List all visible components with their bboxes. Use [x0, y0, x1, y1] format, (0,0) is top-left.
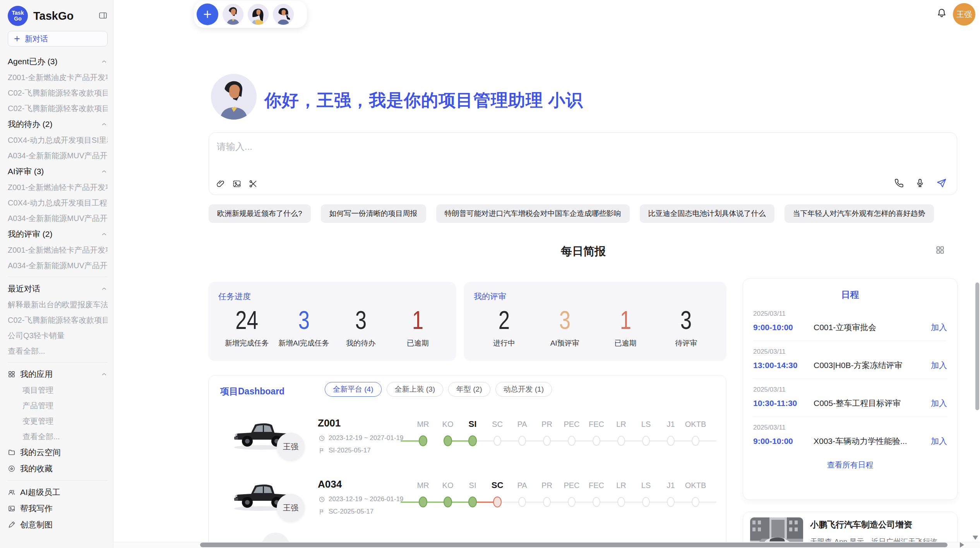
filter-chip[interactable]: 全新平台 (4)	[325, 382, 382, 397]
project-code: Z001	[318, 417, 341, 429]
list-item[interactable]: A034-全新新能源MUV产品开发项目计划变更表编写	[8, 148, 108, 163]
user-avatar[interactable]: 王强	[953, 3, 975, 26]
list-item[interactable]: A034-全新新能源MUV产品开发项目法规符合性评审	[8, 211, 108, 226]
section-recent-chats[interactable]: 最近对话	[8, 281, 108, 297]
milestone-dot	[444, 435, 452, 446]
scroll-down-arrow[interactable]	[973, 536, 978, 540]
my-review-card: 我的评审 2 进行中 3 AI预评审 1 已逾期 3 待评审	[464, 282, 726, 361]
sidebar-collapse-icon[interactable]	[98, 11, 108, 20]
daily-brief-title: 每日简报	[561, 244, 606, 259]
list-item[interactable]: C0X4-动力总成开发项目工程变更评审	[8, 195, 108, 211]
suggestion-chip[interactable]: 当下年轻人对汽车外观有怎样的喜好趋势	[785, 204, 934, 223]
user-name: 王强	[956, 9, 972, 20]
avatar[interactable]	[248, 4, 269, 25]
list-item[interactable]: Z001-全新燃油皮卡产品开发项目SI节点Lesson Learn报告	[8, 70, 108, 85]
input-tools-right	[894, 178, 947, 188]
join-link[interactable]: 加入	[931, 398, 947, 409]
list-item[interactable]: Z001-全新燃油轻卡产品开发项目SI节点属性5D文件评审	[8, 242, 108, 258]
screenshot-icon[interactable]	[232, 179, 242, 188]
schedule-date: 2025/03/11	[753, 386, 947, 394]
filter-chip[interactable]: 全新上装 (3)	[387, 382, 444, 397]
milestone: J1	[658, 480, 683, 507]
suggestion-chip[interactable]: 比亚迪全固态电池计划具体说了什么	[640, 204, 774, 223]
view-all-link[interactable]: 查看全部...	[8, 429, 108, 444]
filter-chip[interactable]: 年型 (2)	[448, 382, 490, 397]
list-item[interactable]: 解释最新出台的欧盟报废车法规再生塑料比例被调至15%...	[8, 297, 108, 312]
new-chat-button[interactable]: 新对话	[8, 31, 108, 46]
sidebar-item-change-mgmt[interactable]: 变更管理	[8, 413, 108, 429]
star-badge-icon	[8, 465, 15, 473]
sidebar-item-product-mgmt[interactable]: 产品管理	[8, 398, 108, 413]
stat-row: 24 新增完成任务 3 新增AI完成任务 3 我的待办 1 已逾期	[218, 306, 446, 348]
section-ai-review[interactable]: AI评审 (3)	[8, 163, 108, 180]
section-title: Agent已办 (3)	[8, 56, 57, 67]
add-member-button[interactable]	[197, 3, 218, 25]
milestone-dot	[593, 436, 600, 446]
avatar[interactable]	[273, 4, 294, 25]
sidebar-item-my-apps[interactable]: 我的应用	[8, 366, 108, 382]
list-item[interactable]: C02-飞腾新能源轻客改款项目立项汇报方案	[8, 101, 108, 116]
schedule-date: 2025/03/11	[753, 348, 947, 356]
filter-chip[interactable]: 动总开发 (1)	[495, 382, 552, 397]
suggestion-chip[interactable]: 欧洲新规最近颁布了什么?	[209, 204, 311, 223]
avatar[interactable]	[223, 4, 243, 25]
project-code: A034	[318, 478, 342, 490]
notification-bell-icon[interactable]	[936, 8, 947, 19]
milestone-label: PEC	[559, 480, 584, 491]
layout-grid-icon[interactable]	[935, 245, 945, 255]
stat-label: 已逾期	[389, 338, 446, 348]
milestone: LS	[634, 480, 658, 507]
sidebar-item-help-write[interactable]: 帮我写作	[8, 500, 108, 517]
milestone-dot	[617, 436, 625, 446]
pen-icon	[8, 521, 15, 529]
section-agent-done[interactable]: Agent已办 (3)	[8, 53, 108, 70]
horizontal-scrollbar[interactable]	[200, 543, 947, 547]
apps-grid-icon	[8, 370, 15, 378]
join-link[interactable]: 加入	[931, 360, 947, 371]
milestone-label: PR	[535, 419, 559, 430]
list-item[interactable]: C0X4-动力总成开发项目SI里程碑提交物检查	[8, 132, 108, 148]
attach-icon[interactable]	[216, 179, 225, 188]
scissors-icon[interactable]	[248, 179, 258, 188]
project-row[interactable]: 王强 A034 2023-12-19 ~ 2026-01-19 SC-2025-…	[209, 470, 726, 531]
section-my-review[interactable]: 我的评审 (2)	[8, 226, 108, 242]
sidebar-item-project-mgmt[interactable]: 项目管理	[8, 382, 108, 398]
project-dates: 2023-12-19 ~ 2027-01-19	[319, 434, 403, 442]
list-item[interactable]: C02-飞腾新能源轻客改款项目的闭环通告反馈情况	[8, 312, 108, 328]
view-all-schedule-link[interactable]: 查看所有日程	[753, 460, 947, 470]
milestone: LR	[609, 419, 634, 446]
section-my-todo[interactable]: 我的待办 (2)	[8, 116, 108, 132]
stat-value: 1	[412, 306, 423, 334]
vertical-scrollbar[interactable]	[975, 283, 979, 410]
list-item[interactable]: Z001-全新燃油轻卡产品开发项目SI造型提交物评审	[8, 180, 108, 195]
view-all-link[interactable]: 查看全部...	[8, 343, 108, 359]
milestone-dot	[468, 435, 477, 446]
join-link[interactable]: 加入	[931, 322, 947, 333]
chat-input[interactable]	[217, 138, 759, 155]
project-row[interactable]: 王强 Z001 2023-12-19 ~ 2027-01-19 SI-2025-…	[209, 409, 726, 470]
sidebar-item-ai-employees[interactable]: AI超级员工	[8, 484, 108, 500]
list-item[interactable]: 公司Q3轻卡销量	[8, 328, 108, 343]
schedule-item: 2025/03/11 13:00-14:30 C003|H0B-方案冻结评审 加…	[753, 341, 947, 379]
phone-icon[interactable]	[894, 178, 904, 188]
milestone-label: LS	[634, 480, 658, 491]
milestone-label: LS	[634, 419, 658, 430]
milestone-label: SI	[460, 480, 485, 491]
sidebar-item-favorites[interactable]: 我的收藏	[8, 461, 108, 477]
scroll-right-arrow[interactable]	[960, 542, 964, 548]
clock-icon	[319, 435, 325, 442]
suggestion-chip[interactable]: 特朗普可能对进口汽车增税会对中国车企造成哪些影响	[436, 204, 630, 223]
send-icon[interactable]	[936, 178, 947, 188]
stat-row: 2 进行中 3 AI预评审 1 已逾期 3 待评审	[474, 306, 716, 348]
join-link[interactable]: 加入	[931, 436, 947, 447]
milestone-dot	[543, 497, 551, 507]
list-item[interactable]: A034-全新新能源MUV产品开发项目造型可行性评审	[8, 258, 108, 273]
stat-value: 3	[355, 306, 366, 334]
suggestion-chip[interactable]: 如何写一份清晰的项目周报	[321, 204, 426, 223]
microphone-icon[interactable]	[915, 178, 925, 188]
list-item[interactable]: C02-飞腾新能源轻客改款项目里程碑画布	[8, 85, 108, 101]
app-logo: Task Go	[8, 6, 28, 26]
sidebar-item-creative-draw[interactable]: 创意制图	[8, 517, 108, 533]
owner-name: 王强	[283, 503, 298, 513]
sidebar-item-cloud-space[interactable]: 我的云空间	[8, 444, 108, 461]
